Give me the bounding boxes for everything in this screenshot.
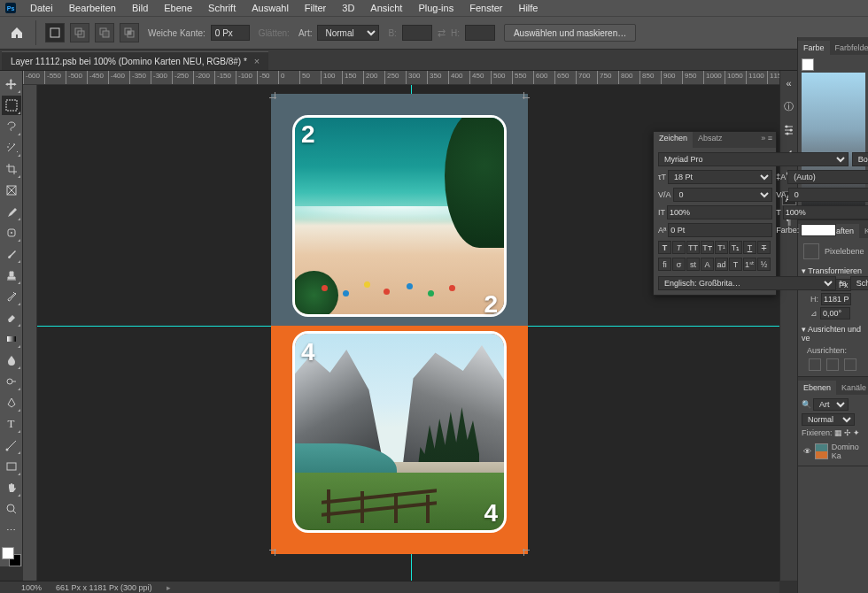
font-size-select[interactable]: 18 Pt	[668, 170, 772, 184]
bold-button[interactable]: T	[658, 241, 671, 254]
language-select[interactable]: Englisch: Großbrita…	[658, 276, 836, 290]
menu-ebene[interactable]: Ebene	[157, 1, 199, 15]
underline-button[interactable]: T	[743, 241, 756, 254]
rectangle-tool[interactable]	[2, 457, 21, 476]
wand-tool[interactable]	[2, 138, 21, 158]
blend-mode-select[interactable]: Normal	[802, 413, 855, 426]
path-tool[interactable]	[2, 435, 21, 455]
lock-pixels-icon[interactable]: ▦	[834, 428, 842, 437]
move-tool[interactable]	[2, 74, 21, 94]
menu-auswahl[interactable]: Auswahl	[244, 1, 296, 15]
art-select[interactable]: Normal	[317, 25, 379, 41]
menu-bearbeiten[interactable]: Bearbeiten	[62, 1, 123, 15]
fi-button[interactable]: fi	[658, 258, 671, 271]
kanale-tab[interactable]: Kanäle	[836, 381, 868, 395]
intersect-selection-button[interactable]	[120, 23, 139, 42]
adjustments-icon[interactable]	[782, 122, 796, 136]
ebenen-tab[interactable]: Ebenen	[798, 381, 836, 395]
subscript-button[interactable]: T₁	[729, 241, 742, 254]
italic-button[interactable]: T	[672, 241, 686, 254]
horizontal-ruler[interactable]: -600-550-500-450-400-350-300-250-200-150…	[23, 71, 779, 85]
heal-tool[interactable]	[2, 223, 21, 243]
allcaps-button[interactable]: TT	[686, 241, 700, 254]
foreground-color-swatch[interactable]	[2, 547, 14, 559]
hscale-input[interactable]	[783, 205, 868, 219]
fractions-button[interactable]: ad	[715, 258, 728, 271]
farbfelder-tab[interactable]: Farbfelder	[830, 41, 868, 55]
font-style-select[interactable]: Bold	[852, 152, 868, 166]
sigma-button[interactable]: σ	[672, 258, 686, 271]
crop-tool[interactable]	[2, 159, 21, 179]
dodge-tool[interactable]	[2, 372, 21, 391]
kerning-select[interactable]: 0	[673, 188, 773, 202]
align-right-icon[interactable]	[844, 358, 856, 371]
visibility-icon[interactable]: 👁	[803, 447, 811, 456]
menu-filter[interactable]: Filter	[298, 1, 333, 15]
history-brush-tool[interactable]	[2, 287, 21, 306]
type-tool[interactable]: T	[2, 414, 21, 434]
menu-fenster[interactable]: Fenster	[462, 1, 509, 15]
gradient-tool[interactable]	[2, 329, 21, 349]
menu-hilfe[interactable]: Hilfe	[511, 1, 545, 15]
add-selection-button[interactable]	[70, 23, 89, 42]
tracking-select[interactable]: 0	[788, 188, 868, 202]
layer-filter-select[interactable]: Art	[813, 398, 849, 411]
close-tab-icon[interactable]: ×	[254, 56, 260, 66]
menu-datei[interactable]: Datei	[23, 1, 60, 15]
st-button[interactable]: st	[686, 258, 700, 271]
marquee-tool[interactable]	[2, 96, 21, 115]
align-section-label[interactable]: Ausrichten und ve	[802, 325, 861, 343]
select-and-mask-button[interactable]: Auswählen und maskieren…	[504, 24, 636, 42]
info-icon[interactable]: ⓘ	[782, 99, 796, 113]
pen-tool[interactable]	[2, 393, 21, 412]
lock-all-icon[interactable]: ✦	[853, 428, 860, 437]
layer-thumbnail[interactable]	[815, 443, 828, 459]
text-color-swatch[interactable]	[801, 224, 836, 236]
prop-angle-input[interactable]	[820, 307, 850, 320]
layer-row[interactable]: 👁 Domino Ka	[802, 441, 864, 462]
color-fg-swatch[interactable]	[802, 58, 814, 71]
smallcaps-button[interactable]: Tᴛ	[701, 241, 714, 254]
titling-button[interactable]: T	[729, 258, 742, 271]
home-icon[interactable]	[7, 23, 27, 42]
superscript-button[interactable]: T¹	[715, 241, 728, 254]
lock-position-icon[interactable]: ✢	[844, 428, 851, 437]
menu-schrift[interactable]: Schrift	[201, 1, 243, 15]
brush-tool[interactable]	[2, 244, 21, 264]
align-left-icon[interactable]	[809, 358, 821, 371]
zoom-tool[interactable]	[2, 499, 21, 519]
half-button[interactable]: ½	[757, 258, 771, 271]
ordinal-button[interactable]: A	[701, 258, 714, 271]
antialias-select[interactable]: Scharf	[850, 276, 868, 290]
blur-tool[interactable]	[2, 350, 21, 370]
zeichen-tab[interactable]: Zeichen	[654, 132, 693, 148]
farbe-tab[interactable]: Farbe	[798, 41, 830, 55]
character-panel[interactable]: Zeichen Absatz » ≡ Myriad Pro Bold τT18 …	[653, 131, 777, 296]
feather-input[interactable]	[211, 25, 250, 41]
frame-tool[interactable]	[2, 181, 21, 200]
strip-chevron-icon[interactable]: «	[782, 76, 796, 90]
hand-tool[interactable]	[2, 478, 21, 497]
menu-bild[interactable]: Bild	[125, 1, 155, 15]
zoom-value[interactable]: 100%	[21, 583, 42, 592]
font-family-select[interactable]: Myriad Pro	[658, 152, 849, 166]
layer-name[interactable]: Domino Ka	[832, 443, 863, 460]
1st-button[interactable]: 1ˢᵗ	[743, 258, 756, 271]
vscale-input[interactable]	[667, 205, 772, 219]
baseline-input[interactable]	[668, 223, 772, 237]
leading-select[interactable]: (Auto)	[787, 170, 868, 184]
stamp-tool[interactable]	[2, 266, 21, 285]
align-center-icon[interactable]	[826, 358, 839, 371]
vertical-ruler[interactable]	[23, 85, 37, 584]
menu-plugins[interactable]: Plug-ins	[411, 1, 461, 15]
lasso-tool[interactable]	[2, 117, 21, 136]
eraser-tool[interactable]	[2, 308, 21, 327]
eyedropper-tool[interactable]	[2, 202, 21, 221]
color-swatches[interactable]	[2, 547, 21, 566]
document-tab[interactable]: Layer 11112.psb bei 100% (Domino Karten …	[2, 51, 268, 70]
prop-height-input[interactable]	[821, 293, 851, 305]
new-selection-button[interactable]	[45, 23, 65, 42]
more-tools[interactable]: ⋯	[2, 520, 21, 540]
menu-ansicht[interactable]: Ansicht	[363, 1, 409, 15]
strikethrough-button[interactable]: T	[757, 241, 771, 254]
